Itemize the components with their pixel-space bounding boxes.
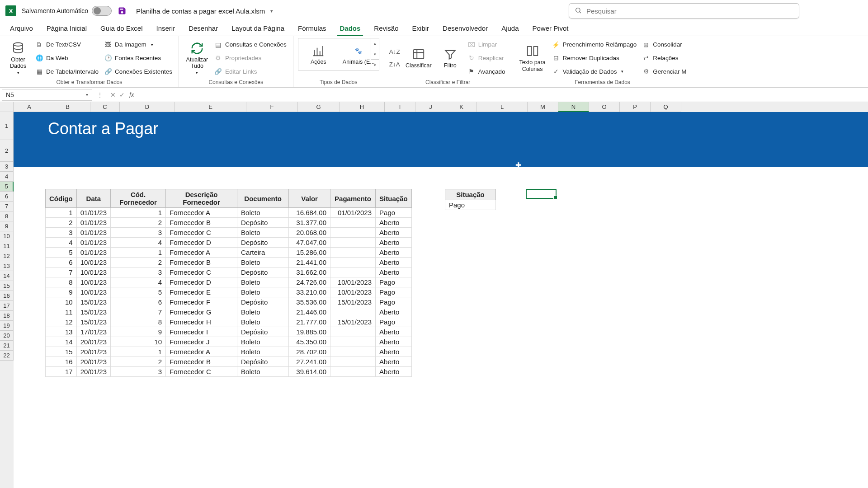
conexoes-existentes-button[interactable]: 🔗Conexões Existentes (102, 66, 174, 76)
row-header-8[interactable]: 8 (0, 211, 14, 221)
table-row[interactable]: 1720/01/233Fornecedor CBoleto39.614,00Ab… (46, 367, 412, 377)
col-header-I[interactable]: I (385, 102, 415, 112)
cancel-icon[interactable]: ✕ (110, 91, 116, 99)
situacao-header[interactable]: Situação (445, 189, 496, 200)
table-row[interactable]: 910/01/235Fornecedor EBoleto33.210,0010/… (46, 287, 412, 297)
row-header-10[interactable]: 10 (0, 231, 14, 241)
col-header-L[interactable]: L (477, 102, 528, 112)
tab-layout-da-página[interactable]: Layout da Página (225, 22, 291, 36)
select-all-button[interactable] (0, 102, 14, 112)
col-header-Q[interactable]: Q (651, 102, 681, 112)
table-row[interactable]: 1620/01/232Fornecedor BDepósito27.241,00… (46, 357, 412, 367)
tab-guia-do-excel[interactable]: Guia do Excel (94, 22, 149, 36)
tab-inserir[interactable]: Inserir (150, 22, 181, 36)
row-header-22[interactable]: 22 (0, 351, 14, 361)
row-header-18[interactable]: 18 (0, 311, 14, 321)
col-descrição-fornecedor[interactable]: Descrição Fornecedor (166, 189, 237, 208)
row-header-14[interactable]: 14 (0, 271, 14, 281)
de-tabela-button[interactable]: ▦De Tabela/Intervalo (33, 66, 100, 76)
table-row[interactable]: 401/01/234Fornecedor DDepósito47.047,00A… (46, 238, 412, 248)
tab-exibir[interactable]: Exibir (406, 22, 436, 36)
col-cód-fornecedor[interactable]: Cód. Fornecedor (111, 189, 166, 208)
classificar-button[interactable]: Classificar (402, 38, 435, 78)
autosave-toggle[interactable] (92, 6, 112, 16)
row-header-6[interactable]: 6 (0, 192, 14, 202)
accept-icon[interactable]: ✓ (119, 91, 125, 99)
table-row[interactable]: 1115/01/237Fornecedor GBoleto21.446,00Ab… (46, 307, 412, 317)
consultas-conexoes-button[interactable]: ▤Consultas e Conexões (212, 40, 288, 50)
consolidar-button[interactable]: ⊞Consolidar (640, 40, 688, 50)
formula-input[interactable] (137, 88, 868, 102)
tab-revisão[interactable]: Revisão (368, 22, 405, 36)
remover-duplicadas-button[interactable]: ⊟Remover Duplicadas (550, 53, 639, 63)
gal-acoes[interactable]: Ações (300, 43, 337, 65)
gallery-up-icon[interactable]: ▴ (371, 38, 379, 49)
col-valor[interactable]: Valor (289, 189, 330, 208)
table-row[interactable]: 710/01/233Fornecedor CDepósito31.662,00A… (46, 267, 412, 277)
table-row[interactable]: 1317/01/239Fornecedor IDepósito19.885,00… (46, 327, 412, 337)
gerenciar-modelo-button[interactable]: ⚙Gerenciar M (640, 66, 688, 76)
tab-fórmulas[interactable]: Fórmulas (292, 22, 333, 36)
row-header-11[interactable]: 11 (0, 241, 14, 251)
tab-desenvolvedor[interactable]: Desenvolvedor (436, 22, 494, 36)
gallery-more-icon[interactable]: ▾ (371, 59, 379, 70)
limpar-button[interactable]: ⌧Limpar (466, 40, 507, 50)
filename-dropdown-icon[interactable]: ▾ (270, 8, 273, 14)
row-header-2[interactable]: 2 (0, 140, 14, 162)
col-situação[interactable]: Situação (376, 189, 412, 208)
filtro-button[interactable]: Filtro (437, 38, 464, 78)
da-web-button[interactable]: 🌐Da Web (33, 53, 100, 63)
da-imagem-button[interactable]: 🖼Da Imagem▾ (102, 40, 174, 50)
sort-desc-button[interactable]: Z↓A (389, 60, 401, 70)
col-header-C[interactable]: C (90, 102, 120, 112)
row-header-13[interactable]: 13 (0, 261, 14, 271)
name-box[interactable]: N5 ▾ (2, 89, 92, 101)
row-header-4[interactable]: 4 (0, 172, 14, 182)
propriedades-button[interactable]: ⚙Propriedades (212, 53, 288, 63)
table-row[interactable]: 301/01/233Fornecedor CBoleto20.068,00Abe… (46, 228, 412, 238)
table-row[interactable]: 101/01/231Fornecedor ABoleto16.684,0001/… (46, 208, 412, 218)
fontes-recentes-button[interactable]: 🕑Fontes Recentes (102, 53, 174, 63)
row-header-19[interactable]: 19 (0, 321, 14, 331)
table-row[interactable]: 1420/01/2310Fornecedor JBoleto45.350,00A… (46, 337, 412, 347)
de-text-csv-button[interactable]: 🗎De Text/CSV (33, 40, 100, 50)
row-header-12[interactable]: 12 (0, 251, 14, 261)
relacoes-button[interactable]: ⇄Relações (640, 53, 688, 63)
tab-desenhar[interactable]: Desenhar (182, 22, 224, 36)
obter-dados-button[interactable]: Obter Dados ▾ (5, 38, 32, 78)
table-row[interactable]: 810/01/234Fornecedor DBoleto24.726,0010/… (46, 277, 412, 287)
col-header-J[interactable]: J (415, 102, 446, 112)
spreadsheet-grid[interactable]: ABCDEFGHIJKLMNOPQ 1234567891011121314151… (0, 102, 868, 488)
col-pagamento[interactable]: Pagamento (330, 189, 376, 208)
table-row[interactable]: 501/01/231Fornecedor ACarteira15.286,00A… (46, 248, 412, 258)
col-header-K[interactable]: K (446, 102, 477, 112)
col-header-O[interactable]: O (589, 102, 620, 112)
tab-ajuda[interactable]: Ajuda (495, 22, 525, 36)
col-header-F[interactable]: F (246, 102, 298, 112)
table-row[interactable]: 1215/01/238Fornecedor HBoleto21.777,0015… (46, 317, 412, 327)
col-header-M[interactable]: M (528, 102, 558, 112)
search-input[interactable] (586, 7, 793, 15)
save-icon[interactable] (117, 6, 127, 16)
row-header-1[interactable]: 1 (0, 112, 14, 140)
col-header-G[interactable]: G (298, 102, 340, 112)
table-row[interactable]: 1520/01/231Fornecedor ABoleto28.702,00Ab… (46, 347, 412, 357)
col-documento[interactable]: Documento (237, 189, 289, 208)
col-data[interactable]: Data (76, 189, 110, 208)
fx-icon[interactable]: fx (129, 91, 134, 99)
texto-para-colunas-button[interactable]: Texto para Colunas (517, 38, 548, 78)
row-header-21[interactable]: 21 (0, 341, 14, 351)
cells-area[interactable]: Contar a Pagar ✚ CódigoDataCód. Forneced… (14, 112, 868, 488)
row-header-20[interactable]: 20 (0, 331, 14, 341)
col-header-E[interactable]: E (175, 102, 246, 112)
validacao-dados-button[interactable]: ✓Validação de Dados▾ (550, 66, 639, 76)
chevron-down-icon[interactable]: ▾ (86, 92, 88, 97)
row-header-7[interactable]: 7 (0, 202, 14, 211)
situacao-filter-table[interactable]: Situação Pago (445, 189, 496, 210)
row-header-9[interactable]: 9 (0, 221, 14, 231)
tab-dados[interactable]: Dados (334, 22, 367, 36)
atualizar-tudo-button[interactable]: Atualizar Tudo ▾ (184, 38, 211, 78)
accounts-table[interactable]: CódigoDataCód. FornecedorDescrição Forne… (45, 189, 412, 377)
table-row[interactable]: 610/01/232Fornecedor BBoleto21.441,00Abe… (46, 258, 412, 267)
tab-arquivo[interactable]: Arquivo (4, 22, 39, 36)
